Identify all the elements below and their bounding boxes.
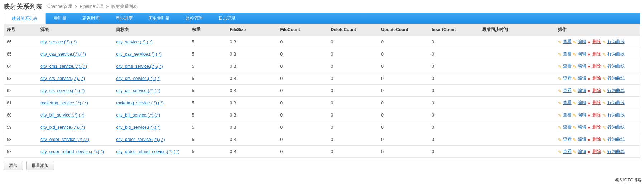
breadcrumb-channel[interactable]: Channel管理 (47, 4, 72, 9)
dst-link[interactable]: city_bill_service.(.*).(.*) (116, 113, 160, 118)
src-link[interactable]: city_cts_service.(.*).(.*) (40, 88, 85, 93)
table-row: 60city_bill_service.(.*).(.*)city_bill_s… (4, 109, 640, 121)
edit-link[interactable]: 编辑 (578, 137, 586, 142)
cell-filecount: 0 (277, 48, 328, 60)
tab-0[interactable]: 映射关系列表 (4, 13, 46, 24)
dst-link[interactable]: rocketmq_service.(.*).(.*) (116, 100, 164, 105)
delete-link[interactable]: 删除 (592, 124, 601, 129)
cell-filesize: 0 B (227, 133, 278, 146)
tab-5[interactable]: 监控管理 (178, 13, 211, 24)
pencil-icon (602, 150, 607, 154)
view-link[interactable]: 查看 (563, 100, 572, 105)
src-link[interactable]: city_cas_service.(.*).(.*) (40, 52, 86, 57)
tab-6[interactable]: 日志记录 (211, 13, 244, 24)
delete-link[interactable]: 删除 (592, 39, 601, 44)
cell-seq: 63 (4, 72, 38, 85)
pencil-icon (602, 101, 607, 105)
edit-link[interactable]: 编辑 (578, 51, 586, 56)
curve-link[interactable]: 行为曲线 (607, 39, 625, 44)
edit-link[interactable]: 编辑 (578, 39, 586, 44)
cell-insertcount: 0 (429, 36, 479, 48)
cell-insertcount: 0 (429, 85, 479, 97)
delete-link[interactable]: 删除 (592, 149, 601, 154)
view-link[interactable]: 查看 (563, 88, 572, 93)
cell-insertcount: 0 (429, 48, 479, 60)
cell-deletecount: 0 (328, 60, 378, 72)
delete-link[interactable]: 删除 (592, 76, 601, 81)
src-link[interactable]: city_service.(.*).(.*) (40, 39, 77, 44)
col-weight: 权重 (189, 24, 227, 36)
cell-updatecount: 0 (378, 109, 429, 121)
delete-link[interactable]: 删除 (592, 137, 601, 142)
dst-link[interactable]: city_cms_service.(.*).(.*) (116, 64, 163, 69)
curve-link[interactable]: 行为曲线 (607, 100, 625, 105)
delete-link[interactable]: 删除 (592, 112, 601, 117)
delete-link[interactable]: 删除 (592, 63, 601, 69)
edit-link[interactable]: 编辑 (578, 76, 586, 81)
delete-icon (587, 150, 592, 154)
dst-link[interactable]: city_cts_service.(.*).(.*) (116, 88, 160, 93)
curve-link[interactable]: 行为曲线 (607, 63, 625, 69)
tab-1[interactable]: 吞吐量 (46, 13, 75, 24)
col-lastsync: 最后同步时间 (479, 24, 555, 36)
curve-link[interactable]: 行为曲线 (607, 149, 625, 154)
dst-link[interactable]: city_cas_service.(.*).(.*) (116, 52, 162, 57)
edit-link[interactable]: 编辑 (578, 124, 586, 129)
view-link[interactable]: 查看 (563, 39, 572, 44)
cell-deletecount: 0 (328, 146, 378, 158)
dst-link[interactable]: city_order_refund_service.(.*).(.*) (116, 149, 179, 154)
view-link[interactable]: 查看 (563, 137, 572, 142)
batch-add-button[interactable]: 批量添加 (26, 161, 54, 170)
curve-link[interactable]: 行为曲线 (607, 112, 625, 117)
view-link[interactable]: 查看 (563, 124, 572, 129)
dst-link[interactable]: city_crs_service.(.*).(.*) (116, 76, 160, 81)
curve-link[interactable]: 行为曲线 (607, 88, 625, 93)
cell-lastsync (479, 48, 555, 60)
breadcrumb-pipeline[interactable]: Pipeline管理 (80, 4, 104, 9)
tab-2[interactable]: 延迟时间 (75, 13, 107, 24)
pencil-icon (602, 137, 607, 142)
edit-link[interactable]: 编辑 (578, 100, 586, 105)
cell-weight: 5 (189, 146, 227, 158)
src-link[interactable]: city_bid_service.(.*).(.*) (40, 125, 85, 130)
src-link[interactable]: city_order_service.(.*).(.*) (40, 137, 89, 142)
edit-link[interactable]: 编辑 (578, 88, 586, 93)
edit-link[interactable]: 编辑 (578, 63, 586, 69)
curve-link[interactable]: 行为曲线 (607, 76, 625, 81)
edit-link[interactable]: 编辑 (578, 112, 586, 117)
pencil-icon (558, 150, 562, 154)
add-button[interactable]: 添加 (4, 161, 23, 170)
edit-link[interactable]: 编辑 (578, 149, 586, 154)
cell-lastsync (479, 146, 555, 158)
cell-lastsync (479, 36, 555, 48)
view-link[interactable]: 查看 (563, 51, 572, 56)
dst-link[interactable]: city_order_service.(.*).(.*) (116, 137, 165, 142)
view-link[interactable]: 查看 (563, 112, 572, 117)
src-link[interactable]: city_order_refund_service.(.*).(.*) (40, 149, 104, 154)
delete-link[interactable]: 删除 (592, 100, 601, 105)
src-link[interactable]: rocketmq_service.(.*).(.*) (40, 100, 88, 105)
table-row: 61rocketmq_service.(.*).(.*)rocketmq_ser… (4, 97, 640, 109)
delete-link[interactable]: 删除 (592, 88, 601, 93)
view-link[interactable]: 查看 (563, 76, 572, 81)
src-link[interactable]: city_cms_service.(.*).(.*) (40, 64, 87, 69)
cell-updatecount: 0 (378, 48, 429, 60)
cell-filesize: 0 B (227, 72, 278, 85)
dst-link[interactable]: city_bid_service.(.*).(.*) (116, 125, 160, 130)
dst-link[interactable]: city_service.(.*).(.*) (116, 39, 152, 44)
cell-insertcount: 0 (429, 133, 479, 146)
tab-4[interactable]: 历史吞吐量 (140, 13, 178, 24)
view-link[interactable]: 查看 (563, 63, 572, 69)
tab-3[interactable]: 同步进度 (107, 13, 140, 24)
cell-filecount: 0 (277, 121, 328, 133)
curve-link[interactable]: 行为曲线 (607, 137, 625, 142)
delete-link[interactable]: 删除 (592, 51, 601, 56)
cell-filecount: 0 (277, 133, 328, 146)
cell-lastsync (479, 109, 555, 121)
curve-link[interactable]: 行为曲线 (607, 124, 625, 129)
view-link[interactable]: 查看 (563, 149, 572, 154)
breadcrumb-current: 映射关系列表 (111, 4, 137, 9)
src-link[interactable]: city_crs_service.(.*).(.*) (40, 76, 85, 81)
src-link[interactable]: city_bill_service.(.*).(.*) (40, 113, 85, 118)
curve-link[interactable]: 行为曲线 (607, 51, 625, 56)
